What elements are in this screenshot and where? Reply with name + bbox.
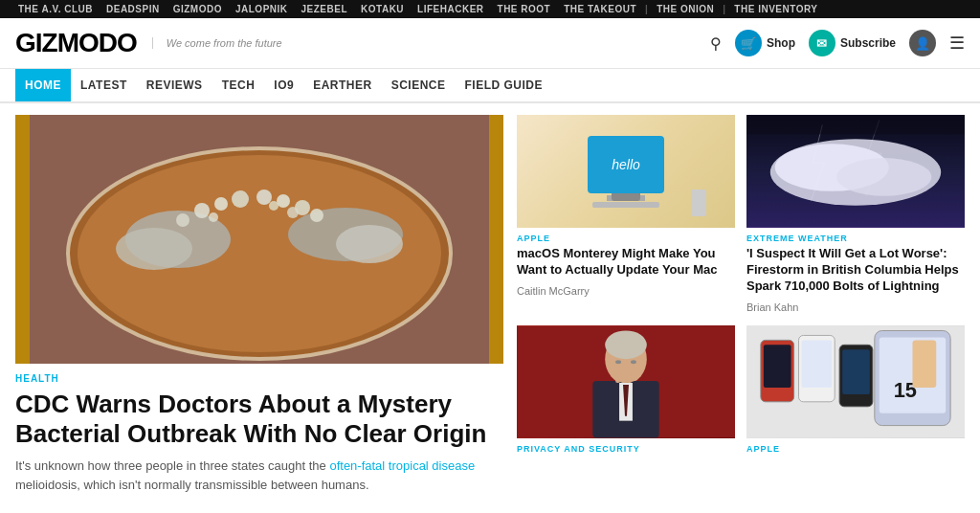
svg-point-30 [631, 360, 636, 364]
mac-article-image: hello [517, 115, 735, 228]
weather-article-tag: EXTREME WEATHER [746, 234, 965, 243]
nav-field-guide[interactable]: FIELD GUIDE [456, 69, 553, 101]
featured-image [15, 115, 503, 364]
svg-point-9 [232, 190, 249, 208]
svg-point-25 [605, 330, 647, 359]
mac-keyboard [592, 202, 659, 208]
topnav-gizmodo[interactable]: GIZMODO [167, 4, 229, 14]
shop-button[interactable]: 🛒 Shop [735, 30, 795, 56]
svg-rect-41 [842, 349, 870, 394]
subscribe-icon: ✉ [809, 30, 835, 56]
article-row-2: PRIVACY AND SECURITY [517, 325, 965, 457]
svg-rect-45 [912, 340, 936, 388]
topnav-deadspin[interactable]: DEADSPIN [100, 4, 167, 14]
privacy-article-image [517, 325, 735, 438]
topnav-kotaku[interactable]: KOTAKU [354, 4, 411, 14]
svg-rect-32 [615, 373, 620, 383]
svg-rect-33 [621, 372, 626, 383]
privacy-article-tag: PRIVACY AND SECURITY [517, 444, 735, 454]
featured-article: HEALTH CDC Warns Doctors About a Mystery… [15, 115, 503, 494]
topnav-the-inventory[interactable]: THE INVENTORY [727, 4, 824, 14]
svg-point-16 [269, 201, 278, 211]
topnav-the-onion[interactable]: THE ONION [650, 4, 721, 14]
svg-point-8 [214, 197, 228, 211]
topnav-av-club[interactable]: THE A.V. CLUB [11, 4, 100, 14]
search-button[interactable]: ⚲ [710, 34, 722, 53]
article-privacy: PRIVACY AND SECURITY [517, 325, 735, 457]
site-logo[interactable]: GIZMODO [15, 28, 137, 58]
svg-rect-37 [764, 345, 791, 388]
topnav-jezebel[interactable]: JEZEBEL [295, 4, 355, 14]
weather-image-svg [746, 115, 965, 228]
featured-title: CDC Warns Doctors About a Mystery Bacter… [15, 390, 503, 449]
shop-icon: 🛒 [735, 30, 762, 56]
mac-article-tag: APPLE [517, 234, 735, 243]
ios-article-tag: APPLE [746, 444, 965, 454]
article-ios: 15 APPLE [746, 325, 965, 457]
subscribe-button[interactable]: ✉ Subscribe [809, 30, 896, 56]
site-tagline: We come from the future [152, 37, 282, 49]
ios-article-image: 15 [746, 325, 965, 438]
user-account-icon[interactable]: 👤 [909, 30, 936, 56]
svg-point-14 [176, 213, 189, 227]
topnav-the-takeout[interactable]: THE TAKEOUT [557, 4, 643, 14]
nav-reviews[interactable]: REVIEWS [137, 69, 212, 101]
svg-point-13 [310, 209, 323, 222]
featured-description: It's unknown how three people in three s… [15, 457, 503, 494]
nav-tech[interactable]: TECH [212, 69, 265, 101]
site-header: GIZMODO We come from the future ⚲ 🛒 Shop… [0, 18, 980, 69]
article-weather: EXTREME WEATHER 'I Suspect It Will Get a… [746, 115, 965, 314]
nav-earther[interactable]: EARTHER [303, 69, 382, 101]
header-actions: ⚲ 🛒 Shop ✉ Subscribe 👤 ☰ [710, 30, 965, 56]
nav-io9[interactable]: IO9 [264, 69, 303, 101]
article-row-1: hello APPLE macOS Monterey Might Make Yo… [517, 115, 965, 314]
article-mac: hello APPLE macOS Monterey Might Make Yo… [517, 115, 735, 314]
mac-monitor-icon: hello [588, 136, 664, 193]
petri-dish-image [30, 115, 489, 364]
featured-desc-link[interactable]: often-fatal tropical disease [329, 458, 475, 473]
svg-point-17 [287, 207, 299, 218]
svg-point-7 [194, 203, 210, 218]
putin-image-svg [517, 325, 735, 438]
subscribe-label: Subscribe [840, 36, 896, 50]
svg-point-15 [209, 212, 218, 222]
right-column: hello APPLE macOS Monterey Might Make Yo… [517, 115, 965, 494]
content-area: HEALTH CDC Warns Doctors About a Mystery… [0, 103, 980, 505]
svg-rect-39 [801, 340, 832, 388]
main-navigation: HOME LATEST REVIEWS TECH IO9 EARTHER SCI… [0, 69, 980, 103]
mac-article-author: Caitlin McGarry [517, 285, 590, 297]
top-navigation: THE A.V. CLUB DEADSPIN GIZMODO JALOPNIK … [0, 0, 980, 18]
nav-divider-2: | [723, 4, 725, 14]
shop-label: Shop [767, 36, 795, 50]
nav-science[interactable]: SCIENCE [382, 69, 456, 101]
nav-home[interactable]: HOME [15, 69, 71, 101]
featured-tag: HEALTH [15, 373, 503, 384]
weather-article-title: 'I Suspect It Will Get a Lot Worse': Fir… [746, 246, 965, 295]
nav-latest[interactable]: LATEST [71, 69, 137, 101]
weather-article-image [746, 115, 965, 228]
nav-divider: | [645, 4, 648, 14]
topnav-jalopnik[interactable]: JALOPNIK [229, 4, 295, 14]
weather-article-author: Brian Kahn [746, 301, 798, 313]
svg-rect-22 [746, 116, 965, 135]
svg-point-4 [116, 228, 192, 270]
svg-rect-34 [627, 373, 632, 383]
mac-article-title: macOS Monterey Might Make You Want to Ac… [517, 246, 735, 279]
ios-image-svg: 15 [746, 325, 965, 438]
topnav-the-root[interactable]: THE ROOT [491, 4, 558, 14]
svg-point-6 [336, 225, 403, 263]
figurine [691, 190, 706, 216]
svg-point-10 [256, 190, 272, 205]
hello-text: hello [612, 157, 640, 172]
svg-point-29 [615, 360, 621, 364]
svg-point-21 [836, 158, 931, 196]
topnav-lifehacker[interactable]: LIFEHACKER [411, 4, 490, 14]
svg-point-11 [277, 194, 290, 208]
hamburger-menu-button[interactable]: ☰ [949, 33, 965, 54]
